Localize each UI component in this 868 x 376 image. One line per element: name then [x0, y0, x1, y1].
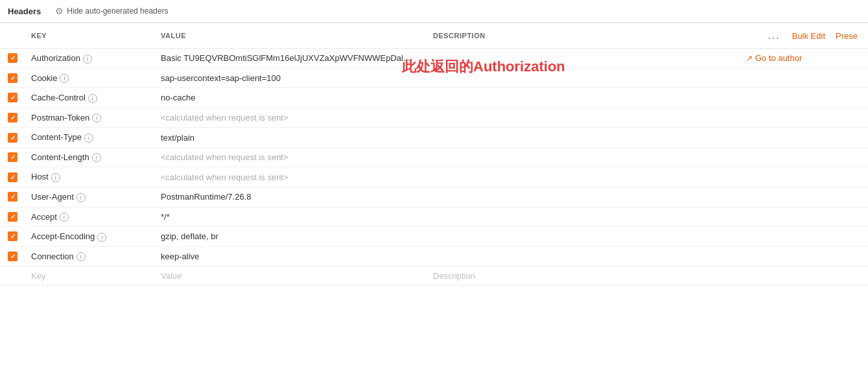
- value-cell: text/plain: [153, 128, 425, 148]
- checkbox-cell: [0, 167, 23, 187]
- value-text: sap-usercontext=sap-client=100: [161, 73, 417, 83]
- checkbox-cell: [0, 227, 23, 247]
- checkbox-cell: [0, 49, 23, 69]
- value-text: text/plain: [161, 133, 417, 143]
- value-text: */*: [161, 212, 417, 222]
- external-link-icon: ↗: [746, 54, 753, 63]
- value-cell: <calculated when request is sent>: [153, 167, 425, 187]
- actions-cell: [738, 187, 868, 207]
- key-text: Accept-Encoding: [31, 231, 95, 241]
- value-col-header: VALUE: [153, 23, 425, 49]
- description-cell: [425, 167, 738, 187]
- empty-desc-cell[interactable]: Description: [425, 266, 738, 286]
- info-icon[interactable]: i: [92, 153, 101, 162]
- empty-checkbox-cell: [0, 266, 23, 286]
- headers-table-container: KEY VALUE DESCRIPTION ... Bulk Edit Pres…: [0, 23, 868, 371]
- table-row: AuthorizationiBasic TU9EQVRBOmtiSGlFMm16…: [0, 49, 868, 69]
- actions-cell: [738, 128, 868, 148]
- dots-menu-button[interactable]: ...: [764, 29, 784, 43]
- row-checkbox[interactable]: [8, 113, 18, 123]
- key-cell: Authorizationi: [23, 49, 153, 69]
- key-col-header: KEY: [23, 23, 153, 49]
- table-row: Accept-Encodingigzip, deflate, br: [0, 227, 868, 247]
- value-cell: Basic TU9EQVRBOmtiSGlFMm16elJjUXVZaXpWVF…: [153, 49, 425, 69]
- info-icon[interactable]: i: [76, 252, 86, 261]
- row-checkbox[interactable]: [8, 152, 18, 162]
- key-text: Cookie: [31, 73, 57, 83]
- headers-title: Headers: [8, 6, 41, 16]
- empty-key-cell[interactable]: Key: [23, 266, 153, 286]
- table-row: Cache-Controlino-cache: [0, 88, 868, 108]
- key-text: Host: [31, 172, 49, 182]
- key-text: Postman-Token: [31, 113, 89, 123]
- headers-toolbar: Headers ⚙ Hide auto-generated headers: [0, 0, 868, 23]
- actions-cell: [738, 246, 868, 266]
- checkbox-cell: [0, 88, 23, 108]
- key-cell: Content-Lengthi: [23, 147, 153, 167]
- value-text: <calculated when request is sent>: [161, 172, 417, 182]
- checkbox-cell: [0, 187, 23, 207]
- table-row: Cookieisap-usercontext=sap-client=100: [0, 68, 868, 88]
- row-checkbox[interactable]: [8, 93, 18, 102]
- actions-cell: [738, 227, 868, 247]
- description-cell: [425, 88, 738, 108]
- row-checkbox[interactable]: [8, 133, 18, 143]
- value-text: no-cache: [161, 93, 417, 102]
- empty-actions-cell: [738, 266, 868, 286]
- key-cell: Postman-Tokeni: [23, 108, 153, 128]
- table-row: Connectionikeep-alive: [0, 246, 868, 266]
- value-cell: keep-alive: [153, 246, 425, 266]
- info-icon[interactable]: i: [83, 54, 92, 64]
- info-icon[interactable]: i: [88, 94, 97, 103]
- key-text: Cache-Control: [31, 93, 86, 102]
- row-checkbox[interactable]: [8, 172, 18, 182]
- value-text: PostmanRuntime/7.26.8: [161, 192, 417, 202]
- key-cell: Content-Typei: [23, 128, 153, 148]
- checkbox-cell: [0, 108, 23, 128]
- description-cell: [425, 207, 738, 227]
- actions-cell: [738, 207, 868, 227]
- description-cell: [425, 49, 738, 69]
- value-text: <calculated when request is sent>: [161, 152, 417, 162]
- table-row: Hosti<calculated when request is sent>: [0, 167, 868, 187]
- key-cell: Connectioni: [23, 246, 153, 266]
- checkbox-cell: [0, 128, 23, 148]
- info-icon[interactable]: i: [60, 74, 69, 83]
- go-to-author-label: Go to author: [755, 53, 802, 63]
- go-to-author-link[interactable]: ↗Go to author: [746, 53, 860, 63]
- empty-row: KeyValueDescription: [0, 266, 868, 286]
- key-text: Content-Length: [31, 152, 89, 162]
- hide-auto-generated-button[interactable]: ⚙ Hide auto-generated headers: [51, 4, 172, 18]
- bulk-edit-button[interactable]: Bulk Edit: [790, 30, 828, 42]
- info-icon[interactable]: i: [97, 233, 106, 242]
- key-cell: Cache-Controli: [23, 88, 153, 108]
- checkbox-cell: [0, 207, 23, 227]
- row-checkbox[interactable]: [8, 231, 18, 241]
- hide-icon: ⚙: [55, 6, 64, 16]
- info-icon[interactable]: i: [84, 134, 93, 143]
- checkbox-cell: [0, 246, 23, 266]
- value-text: keep-alive: [161, 252, 417, 261]
- row-checkbox[interactable]: [8, 252, 18, 261]
- key-cell: User-Agenti: [23, 187, 153, 207]
- info-icon[interactable]: i: [92, 113, 101, 123]
- row-checkbox[interactable]: [8, 212, 18, 222]
- actions-cell: [738, 88, 868, 108]
- checkbox-cell: [0, 68, 23, 88]
- value-cell: PostmanRuntime/7.26.8: [153, 187, 425, 207]
- info-icon[interactable]: i: [76, 193, 86, 202]
- row-checkbox[interactable]: [8, 73, 18, 83]
- row-checkbox[interactable]: [8, 53, 18, 63]
- empty-value-cell[interactable]: Value: [153, 266, 425, 286]
- info-icon[interactable]: i: [51, 173, 60, 182]
- checkbox-cell: [0, 147, 23, 167]
- actions-cell: [738, 108, 868, 128]
- row-checkbox[interactable]: [8, 192, 18, 202]
- info-icon[interactable]: i: [60, 213, 69, 222]
- value-cell: sap-usercontext=sap-client=100: [153, 68, 425, 88]
- value-cell: gzip, deflate, br: [153, 227, 425, 247]
- key-cell: Accepti: [23, 207, 153, 227]
- preset-button[interactable]: Prese: [833, 30, 860, 42]
- table-row: Postman-Tokeni<calculated when request i…: [0, 108, 868, 128]
- description-cell: [425, 68, 738, 88]
